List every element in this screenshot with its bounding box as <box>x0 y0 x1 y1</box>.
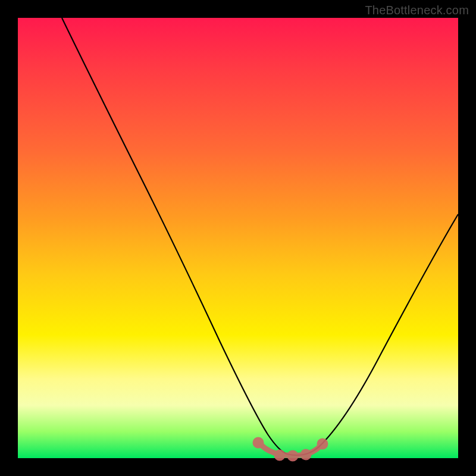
svg-point-4 <box>303 452 309 458</box>
svg-point-3 <box>277 452 283 458</box>
svg-point-1 <box>320 441 325 447</box>
chart-overlay <box>18 18 458 458</box>
svg-point-0 <box>255 440 261 446</box>
chart-frame: TheBottleneck.com <box>0 0 476 476</box>
bottleneck-curve <box>62 18 458 455</box>
watermark-text: TheBottleneck.com <box>365 4 469 17</box>
optimal-zone-highlight <box>255 440 325 459</box>
svg-point-2 <box>290 453 296 459</box>
